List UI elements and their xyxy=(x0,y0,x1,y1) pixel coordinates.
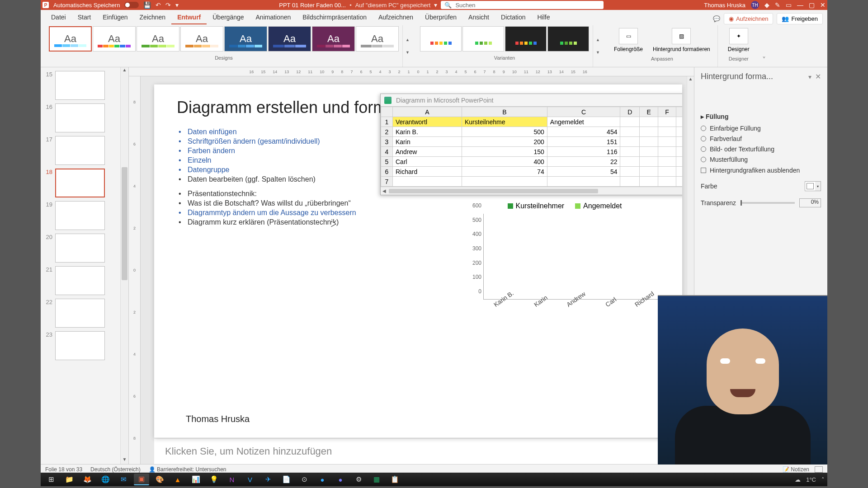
design-theme-3[interactable]: Aa xyxy=(180,26,223,52)
thumb-slide-15[interactable] xyxy=(55,71,105,100)
slidesize-button[interactable]: ▭Foliengröße xyxy=(610,26,646,52)
telegram-icon[interactable]: ✈ xyxy=(260,474,276,485)
settings-icon[interactable]: ⚙ xyxy=(351,474,366,485)
slide-counter[interactable]: Folie 18 von 33 xyxy=(45,466,82,473)
scroll-down-icon[interactable]: ▼ xyxy=(406,50,414,55)
tab-ansicht[interactable]: Ansicht xyxy=(462,11,495,24)
chevron-down-icon[interactable]: ▾ xyxy=(808,73,811,80)
weather-icon[interactable]: ☁ xyxy=(795,476,801,483)
onenote-icon[interactable]: N xyxy=(224,474,240,485)
transparency-slider[interactable] xyxy=(741,202,795,204)
tab-datei[interactable]: Datei xyxy=(45,11,72,24)
design-theme-7[interactable]: Aa xyxy=(356,26,399,52)
save-icon[interactable]: 💾 xyxy=(143,1,151,9)
firefox-icon[interactable]: 🦊 xyxy=(80,474,95,485)
user-name[interactable]: Thomas Hruska xyxy=(704,2,745,9)
window-icon[interactable]: ▭ xyxy=(786,1,792,9)
variant-0[interactable] xyxy=(420,26,462,52)
design-theme-1[interactable]: Aa xyxy=(93,26,136,52)
tab-zeichnen[interactable]: Zeichnen xyxy=(134,11,172,24)
tab-entwurf[interactable]: Entwurf xyxy=(171,11,207,24)
record-button[interactable]: ◉Aufzeichnen xyxy=(724,13,774,24)
temperature[interactable]: 1°C xyxy=(806,476,816,483)
app-icon[interactable]: ● xyxy=(333,474,348,485)
thumb-slide-16[interactable] xyxy=(55,103,105,132)
tray-chevron-icon[interactable]: ˄ xyxy=(821,476,825,483)
app-icon[interactable]: 📋 xyxy=(387,474,402,485)
app-icon[interactable]: 📊 xyxy=(188,474,203,485)
close-icon[interactable]: ✕ xyxy=(815,72,821,81)
design-theme-0[interactable]: Aa xyxy=(49,26,92,52)
chrome-icon[interactable]: 🌐 xyxy=(98,474,113,485)
minimize-button[interactable]: — xyxy=(797,1,803,9)
tab-übergänge[interactable]: Übergänge xyxy=(207,11,250,24)
notes-area[interactable]: Klicken Sie, um Notizen hinzuzufügen xyxy=(154,438,682,464)
sheet-hscroll[interactable]: ◀▶ xyxy=(381,187,682,195)
slide-canvas[interactable]: Diagramm erstellen und formati Daten ein… xyxy=(154,84,682,438)
app-icon[interactable]: 🎨 xyxy=(152,474,167,485)
fill-option-0[interactable]: Einfarbige Füllung xyxy=(701,125,821,132)
thumb-slide-18[interactable] xyxy=(55,169,105,197)
chart-data-sheet[interactable]: Diagramm in Microsoft PowerPoint ✕ ABCDE… xyxy=(380,94,682,195)
tab-hilfe[interactable]: Hilfe xyxy=(531,11,556,24)
thumb-slide-20[interactable] xyxy=(55,234,105,263)
comment-icon[interactable]: 💬 xyxy=(713,15,720,22)
fill-option-3[interactable]: Musterfüllung xyxy=(701,156,821,163)
app-icon[interactable]: 📄 xyxy=(278,474,294,485)
designer-button[interactable]: ✦Designer xyxy=(724,26,753,52)
undo-icon[interactable]: ↶ xyxy=(156,1,161,9)
explorer-icon[interactable]: 📁 xyxy=(61,474,77,485)
document-title[interactable]: PPT 01 Roter Faden 00... xyxy=(279,2,346,9)
autosave-toggle[interactable] xyxy=(124,2,139,8)
design-theme-5[interactable]: Aa xyxy=(268,26,311,52)
scroll-up-icon[interactable]: ▲ xyxy=(406,38,414,42)
diamond-icon[interactable]: ◆ xyxy=(764,1,769,9)
pen-icon[interactable]: ✎ xyxy=(775,1,780,9)
redo-icon[interactable]: ↷ xyxy=(165,1,171,9)
excel-icon[interactable]: ▦ xyxy=(369,474,384,485)
fill-option-2[interactable]: Bild- oder Texturfüllung xyxy=(701,145,821,153)
thumb-slide-17[interactable] xyxy=(55,136,105,165)
app-icon[interactable]: 💡 xyxy=(206,474,222,485)
variant-2[interactable] xyxy=(505,26,547,52)
tab-animationen[interactable]: Animationen xyxy=(250,11,297,24)
thumb-slide-21[interactable] xyxy=(55,266,105,295)
app-icon[interactable]: V xyxy=(242,474,258,485)
tab-überprüfen[interactable]: Überprüfen xyxy=(419,11,462,24)
fill-section[interactable]: ▸ Füllung xyxy=(701,113,821,120)
app-icon[interactable]: ⊙ xyxy=(297,474,312,485)
share-button[interactable]: 👥Freigeben xyxy=(777,13,823,24)
design-theme-6[interactable]: Aa xyxy=(312,26,355,52)
vlc-icon[interactable]: ▲ xyxy=(170,474,185,485)
variant-3[interactable] xyxy=(547,26,589,52)
close-button[interactable]: ✕ xyxy=(820,1,826,9)
chart[interactable]: KursteilnehmerAngemeldet 010020030040050… xyxy=(465,202,664,338)
maximize-button[interactable]: ▢ xyxy=(809,1,815,9)
tab-einfügen[interactable]: Einfügen xyxy=(97,11,133,24)
normal-view-icon[interactable] xyxy=(815,466,823,473)
fill-option-1[interactable]: Farbverlauf xyxy=(701,135,821,142)
accessibility[interactable]: 👤 Barrierefreiheit: Untersuchen xyxy=(149,466,226,473)
thumb-slide-19[interactable] xyxy=(55,201,105,230)
language[interactable]: Deutsch (Österreich) xyxy=(90,466,141,473)
notes-toggle[interactable]: 📝 Notizen xyxy=(783,466,809,473)
powerpoint-icon[interactable]: ▣ xyxy=(134,474,149,485)
dropdown-icon[interactable]: ▾ xyxy=(175,1,179,9)
design-theme-4[interactable]: Aa xyxy=(224,26,267,52)
bgformat-button[interactable]: ▨Hintergrund formatieren xyxy=(649,26,714,52)
design-theme-2[interactable]: Aa xyxy=(137,26,179,52)
outlook-icon[interactable]: ✉ xyxy=(116,474,131,485)
tab-start[interactable]: Start xyxy=(72,11,97,24)
collapse-ribbon-icon[interactable]: ˅ xyxy=(760,53,769,67)
variant-1[interactable] xyxy=(462,26,504,52)
thumb-slide-22[interactable] xyxy=(55,299,105,328)
tab-aufzeichnen[interactable]: Aufzeichnen xyxy=(373,11,419,24)
chevron-down-icon[interactable]: ▾ xyxy=(434,1,437,9)
hide-bg-checkbox[interactable] xyxy=(701,168,706,173)
start-button[interactable]: ⊞ xyxy=(43,474,59,485)
thumbs-scrollbar[interactable]: ▲▼ xyxy=(120,67,128,464)
color-picker[interactable]: ▾ xyxy=(805,181,821,191)
tab-dictation[interactable]: Dictation xyxy=(495,11,531,24)
tab-bildschirmpräsentation[interactable]: Bildschirmpräsentation xyxy=(297,11,373,24)
search-box[interactable]: 🔍 Suchen xyxy=(441,1,604,9)
